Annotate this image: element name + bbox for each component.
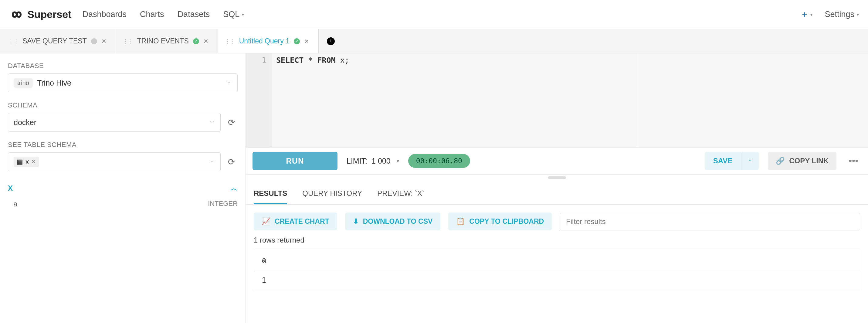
create-chart-label: CREATE CHART (275, 217, 329, 226)
nav-dashboards[interactable]: Dashboards (83, 10, 127, 19)
infinity-icon (9, 10, 24, 19)
sql-token: * (304, 56, 317, 65)
status-dot-icon: ✓ (294, 38, 300, 44)
nav-datasets[interactable]: Datasets (178, 10, 210, 19)
brand-text: Superset (27, 8, 72, 20)
database-value: Trino Hive (37, 79, 71, 87)
table-chip-label: x (26, 158, 29, 166)
sql-tab-trino-events[interactable]: ⋮⋮ TRINO EVENTS ✓ ✕ (116, 29, 218, 53)
chevron-down-icon: ﹀ (748, 158, 752, 164)
clipboard-icon: 📋 (456, 217, 465, 226)
limit-selector[interactable]: LIMIT: 1 000 ▾ (347, 157, 399, 166)
database-select[interactable]: trino Trino Hive ﹀ (8, 74, 238, 92)
schema-select[interactable]: docker ﹀ (8, 113, 221, 132)
more-actions-button[interactable]: ••• (845, 156, 861, 166)
drag-handle-icon: ⋮⋮ (8, 38, 18, 45)
table-chip: ▦ x ✕ (14, 157, 39, 167)
nav-right: ＋ ▾ Settings ▾ (800, 8, 859, 21)
caret-down-icon: ▾ (397, 158, 399, 164)
close-icon[interactable]: ✕ (101, 38, 106, 45)
sql-keyword: SELECT (276, 56, 304, 65)
download-icon: ⬇ (353, 217, 359, 226)
save-button-group: SAVE ﹀ (705, 152, 759, 170)
see-table-label: SEE TABLE SCHEMA (8, 141, 238, 149)
copy-link-label: COPY LINK (789, 157, 829, 165)
column-name: a (13, 200, 17, 208)
nav-links: Dashboards Charts Datasets SQL ▾ (83, 10, 244, 19)
limit-value: 1 000 (371, 157, 391, 166)
tab-label: TRINO EVENTS (137, 37, 189, 45)
results-table: a 1 (254, 250, 860, 290)
engine-tag: trino (14, 78, 33, 88)
sql-keyword: FROM (317, 56, 335, 65)
table-select[interactable]: ▦ x ✕ ﹀ (8, 152, 221, 171)
copy-link-button[interactable]: 🔗 COPY LINK (768, 152, 836, 170)
status-dot-icon: ✓ (193, 38, 199, 44)
sql-tab-bar: ⋮⋮ SAVE QUERY TEST ✕ ⋮⋮ TRINO EVENTS ✓ ✕… (0, 29, 868, 53)
create-chart-button[interactable]: 📈 CREATE CHART (254, 212, 337, 230)
limit-label: LIMIT: (347, 157, 367, 166)
copy-clipboard-label: COPY TO CLIPBOARD (469, 217, 544, 226)
link-icon: 🔗 (776, 157, 785, 165)
plus-icon: ＋ (800, 8, 809, 21)
result-actions: 📈 CREATE CHART ⬇ DOWNLOAD TO CSV 📋 COPY … (246, 205, 868, 233)
nav-sql-label: SQL (223, 10, 240, 19)
chevron-down-icon: ﹀ (209, 158, 215, 166)
dots-horizontal-icon: ••• (848, 156, 858, 166)
editor-code[interactable]: SELECT * FROM x; (272, 53, 868, 147)
add-new-button[interactable]: ＋ ▾ (800, 8, 812, 21)
sidebar: DATABASE trino Trino Hive ﹀ SCHEMA docke… (0, 53, 246, 323)
superset-logo[interactable]: Superset (9, 8, 72, 20)
tab-results[interactable]: RESULTS (254, 189, 287, 204)
database-label: DATABASE (8, 62, 238, 70)
editor-gutter: 1 (246, 53, 272, 147)
chevron-down-icon: ﹀ (209, 119, 215, 126)
schema-label: SCHEMA (8, 101, 238, 109)
sql-tab-save-query-test[interactable]: ⋮⋮ SAVE QUERY TEST ✕ (1, 29, 116, 53)
status-dot-icon (91, 38, 97, 44)
tab-label: SAVE QUERY TEST (23, 37, 87, 45)
caret-down-icon: ▾ (857, 12, 859, 17)
tab-query-history[interactable]: QUERY HISTORY (302, 189, 362, 204)
caret-down-icon: ▾ (242, 12, 244, 17)
close-icon[interactable]: ✕ (203, 38, 209, 45)
remove-chip-icon[interactable]: ✕ (31, 158, 36, 165)
rows-returned-text: 1 rows returned (246, 233, 868, 250)
save-dropdown-button[interactable]: ﹀ (741, 152, 759, 170)
filter-results-input[interactable] (560, 213, 860, 230)
tab-label: Untitled Query 1 (239, 37, 289, 45)
download-csv-label: DOWNLOAD TO CSV (363, 217, 433, 226)
caret-down-icon: ▾ (810, 12, 812, 17)
drag-handle-icon: ⋮⋮ (123, 38, 133, 45)
sql-editor[interactable]: 1 SELECT * FROM x; (246, 53, 868, 148)
table-schema-header[interactable]: X ︿ (8, 183, 238, 193)
tab-preview[interactable]: PREVIEW: `X` (377, 189, 425, 204)
add-tab-button[interactable]: + (319, 29, 343, 53)
chevron-down-icon: ﹀ (226, 79, 232, 87)
close-icon[interactable]: ✕ (304, 38, 309, 45)
nav-settings[interactable]: Settings ▾ (825, 10, 859, 19)
copy-clipboard-button[interactable]: 📋 COPY TO CLIPBOARD (448, 212, 552, 230)
nav-sql[interactable]: SQL ▾ (223, 10, 244, 19)
chevron-up-icon: ︿ (230, 183, 238, 193)
main-split: DATABASE trino Trino Hive ﹀ SCHEMA docke… (0, 53, 868, 323)
drag-handle-icon: ⋮⋮ (225, 38, 235, 45)
nav-settings-label: Settings (825, 10, 854, 19)
nav-charts[interactable]: Charts (140, 10, 164, 19)
column-type: INTEGER (208, 200, 238, 208)
table-icon: ▦ (17, 158, 23, 166)
pane-resize-handle[interactable] (548, 176, 566, 179)
table-header-cell[interactable]: a (254, 250, 860, 270)
refresh-schema-button[interactable]: ⟳ (225, 116, 238, 129)
refresh-table-button[interactable]: ⟳ (225, 155, 238, 168)
sql-tab-untitled-1[interactable]: ⋮⋮ Untitled Query 1 ✓ ✕ (218, 29, 319, 53)
table-name: X (8, 184, 13, 193)
save-button[interactable]: SAVE (705, 152, 741, 170)
plus-circle-icon: + (327, 37, 335, 45)
schema-value: docker (14, 118, 36, 127)
download-csv-button[interactable]: ⬇ DOWNLOAD TO CSV (345, 212, 441, 230)
chart-icon: 📈 (261, 217, 271, 226)
editor-toolbar: RUN LIMIT: 1 000 ▾ 00:00:06.80 SAVE ﹀ 🔗 … (246, 148, 868, 175)
elapsed-time-badge: 00:00:06.80 (408, 154, 470, 168)
run-button[interactable]: RUN (252, 152, 338, 170)
